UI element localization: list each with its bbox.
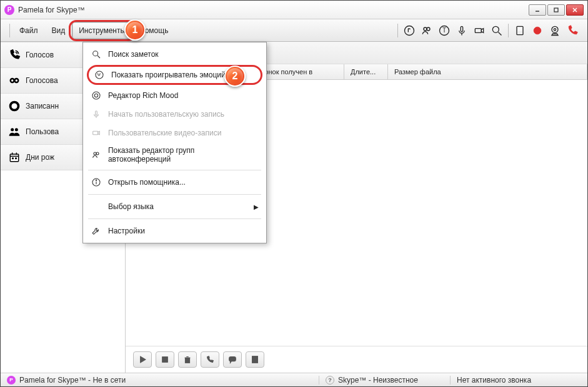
menu-label: Открыть помощника...	[108, 178, 186, 187]
svg-rect-13	[517, 26, 523, 34]
menu-label: Пользовательские видео-записи	[108, 129, 221, 137]
sidebar-label: Голосов	[26, 51, 54, 59]
menu-search-notes[interactable]: Поиск заметок	[83, 45, 266, 64]
col-file-size[interactable]: Размер файла	[388, 64, 587, 79]
submenu-arrow-icon: ▶	[254, 203, 259, 210]
call-button[interactable]	[201, 351, 219, 368]
svg-rect-36	[229, 357, 236, 361]
svg-point-6	[427, 27, 430, 31]
text-icon[interactable]: T	[436, 22, 453, 39]
microphone-icon[interactable]	[453, 22, 471, 39]
svg-rect-9	[461, 26, 462, 31]
svg-point-43	[92, 92, 100, 99]
svg-point-48	[96, 152, 99, 155]
play-button[interactable]	[133, 351, 152, 368]
camera-icon	[91, 127, 102, 139]
svg-rect-1	[554, 8, 558, 12]
menu-settings[interactable]: Настройки	[83, 222, 266, 240]
svg-rect-46	[93, 131, 98, 134]
call-status-text: Нет активного звонка	[457, 376, 531, 385]
menu-label: Настройки	[108, 227, 145, 235]
menu-language-select[interactable]: Выбор языка ▶	[83, 197, 266, 216]
group-icon[interactable]	[418, 22, 436, 39]
svg-line-12	[499, 32, 502, 35]
microphone-icon	[91, 109, 102, 120]
menu-label: Выбор языка	[108, 202, 154, 211]
notes-icon[interactable]	[511, 22, 529, 39]
wrench-icon	[91, 225, 102, 237]
svg-point-11	[492, 26, 499, 32]
note-button[interactable]	[246, 351, 264, 368]
mood-icon	[91, 90, 102, 101]
svg-rect-33	[186, 358, 190, 363]
sidebar-label: Голосова	[26, 76, 58, 85]
menu-label: Редактор Rich Mood	[108, 91, 178, 100]
svg-text:T: T	[442, 27, 446, 34]
sidebar-label: Дни рож	[26, 153, 54, 162]
callout-badge-2: 2	[224, 66, 246, 87]
bottom-toolbar	[126, 346, 587, 373]
menu-label: Показать редактор групп автоконференций	[108, 146, 259, 164]
record-icon[interactable]	[529, 22, 546, 39]
menu-conf-group-editor[interactable]: Показать редактор групп автоконференций	[83, 142, 266, 167]
svg-point-30	[12, 158, 14, 159]
webcam-icon[interactable]	[546, 22, 564, 39]
stop-button[interactable]	[156, 351, 174, 368]
menubar: Файл Вид Инструменты Помощь T	[1, 19, 587, 42]
close-button[interactable]	[566, 4, 584, 16]
menu-file[interactable]: Файл	[12, 22, 45, 39]
delete-button[interactable]	[178, 351, 197, 368]
camera-icon[interactable]	[471, 22, 488, 39]
maximize-button[interactable]	[547, 4, 565, 16]
svg-point-31	[16, 158, 17, 159]
svg-point-18	[554, 28, 556, 30]
skype-status-icon: ?	[326, 376, 334, 385]
svg-point-21	[11, 79, 13, 81]
svg-point-4	[405, 26, 414, 35]
svg-point-22	[16, 79, 17, 81]
window-title: Pamela for Skype™	[18, 6, 529, 14]
svg-point-25	[15, 128, 18, 131]
svg-rect-32	[162, 357, 168, 363]
svg-point-24	[11, 128, 14, 131]
app-status-icon: P	[7, 376, 16, 385]
app-status-text: Pamela for Skype™ - Не в сети	[19, 376, 126, 385]
info-icon	[91, 177, 102, 188]
svg-point-47	[94, 152, 96, 155]
svg-point-44	[94, 94, 97, 97]
sidebar-label: Записанн	[26, 102, 59, 110]
svg-rect-10	[475, 28, 481, 32]
group-icon	[91, 149, 102, 160]
svg-point-5	[424, 27, 427, 31]
svg-line-41	[97, 56, 100, 58]
search-icon	[91, 49, 102, 60]
app-icon: P	[4, 5, 14, 15]
svg-point-51	[96, 180, 96, 180]
callout-badge-1: 1	[124, 19, 146, 41]
search-icon[interactable]	[488, 22, 506, 39]
statusbar: P Pamela for Skype™ - Не в сети ? Skype™…	[1, 373, 587, 386]
menu-tools[interactable]: Инструменты	[72, 22, 132, 39]
menu-label: Поиск заметок	[108, 50, 159, 59]
menu-user-video-records: Пользовательские видео-записи	[83, 124, 266, 142]
blank-icon	[91, 201, 102, 212]
menu-view[interactable]: Вид	[45, 22, 72, 39]
svg-rect-45	[96, 111, 97, 115]
menu-label: Показать проигрыватель эмоций	[111, 71, 226, 79]
phone-icon[interactable]	[564, 22, 581, 39]
svg-point-40	[93, 51, 98, 56]
menu-open-assistant[interactable]: Открыть помощника...	[83, 173, 266, 192]
minimize-button[interactable]	[529, 4, 546, 16]
menu-rich-mood-editor[interactable]: Редактор Rich Mood	[83, 86, 266, 105]
music-note-icon[interactable]	[401, 22, 418, 39]
skype-status-text: Skype™ - Неизвестное	[338, 376, 418, 385]
titlebar: P Pamela for Skype™	[1, 1, 587, 19]
menu-label: Начать пользовательскую запись	[108, 110, 224, 119]
emotion-icon	[94, 69, 105, 81]
sidebar-label: Пользова	[26, 127, 59, 136]
col-duration[interactable]: Длите...	[344, 64, 388, 79]
chat-button[interactable]	[223, 351, 242, 368]
svg-rect-26	[10, 154, 18, 162]
menu-start-user-record: Начать пользовательскую запись	[83, 105, 266, 124]
svg-point-16	[534, 27, 541, 34]
